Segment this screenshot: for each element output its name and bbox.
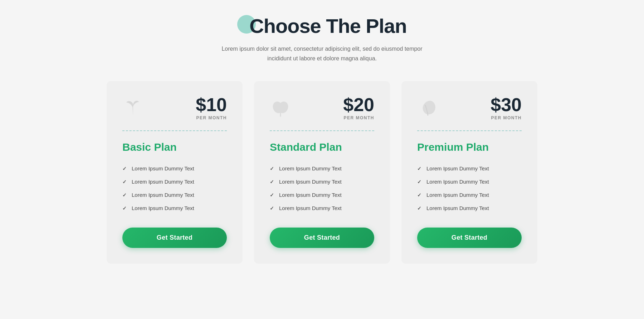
feature-item: ✓ Lorem Ipsum Dummy Text — [270, 201, 374, 215]
check-icon: ✓ — [270, 179, 274, 185]
check-icon: ✓ — [270, 166, 274, 171]
feature-item: ✓ Lorem Ipsum Dummy Text — [122, 162, 227, 175]
feature-item: ✓ Lorem Ipsum Dummy Text — [270, 188, 374, 201]
price-block: $30 PER MONTH — [491, 95, 522, 120]
feature-item: ✓ Lorem Ipsum Dummy Text — [122, 188, 227, 201]
feature-item: ✓ Lorem Ipsum Dummy Text — [122, 201, 227, 215]
price-period: PER MONTH — [343, 115, 374, 120]
plan-name: Basic Plan — [122, 141, 227, 153]
plan-card-standard: $20 PER MONTH Standard Plan ✓ Lorem Ipsu… — [254, 81, 390, 264]
feature-text: Lorem Ipsum Dummy Text — [426, 205, 489, 211]
feature-text: Lorem Ipsum Dummy Text — [279, 192, 342, 198]
check-icon: ✓ — [417, 192, 421, 198]
check-icon: ✓ — [417, 166, 421, 171]
check-icon: ✓ — [417, 205, 421, 211]
feature-item: ✓ Lorem Ipsum Dummy Text — [417, 175, 522, 188]
feature-text: Lorem Ipsum Dummy Text — [279, 179, 342, 185]
price-amount: $30 — [491, 95, 522, 114]
price-period: PER MONTH — [196, 115, 227, 120]
feature-item: ✓ Lorem Ipsum Dummy Text — [417, 201, 522, 215]
check-icon: ✓ — [417, 179, 421, 185]
get-started-button-standard[interactable]: Get Started — [270, 228, 374, 248]
plan-name: Premium Plan — [417, 141, 522, 153]
feature-item: ✓ Lorem Ipsum Dummy Text — [417, 162, 522, 175]
feature-text: Lorem Ipsum Dummy Text — [426, 179, 489, 185]
svg-rect-2 — [280, 112, 281, 117]
check-icon: ✓ — [270, 205, 274, 211]
feature-text: Lorem Ipsum Dummy Text — [132, 179, 194, 185]
features-list: ✓ Lorem Ipsum Dummy Text ✓ Lorem Ipsum D… — [417, 162, 522, 215]
card-top: $10 PER MONTH — [122, 95, 227, 120]
check-icon: ✓ — [270, 192, 274, 198]
page-title: Choose The Plan — [249, 14, 406, 38]
card-divider — [270, 130, 374, 131]
feature-text: Lorem Ipsum Dummy Text — [426, 192, 489, 198]
check-icon: ✓ — [122, 205, 127, 211]
card-top: $30 PER MONTH — [417, 95, 522, 120]
price-block: $10 PER MONTH — [196, 95, 227, 120]
plan-name: Standard Plan — [270, 141, 374, 153]
card-divider — [417, 130, 522, 131]
feature-text: Lorem Ipsum Dummy Text — [279, 165, 342, 171]
feature-item: ✓ Lorem Ipsum Dummy Text — [270, 175, 374, 188]
plan-icon-premium — [417, 97, 439, 119]
check-icon: ✓ — [122, 166, 127, 171]
plan-card-premium: $30 PER MONTH Premium Plan ✓ Lorem Ipsum… — [401, 81, 537, 264]
feature-item: ✓ Lorem Ipsum Dummy Text — [417, 188, 522, 201]
check-icon: ✓ — [122, 179, 127, 185]
get-started-button-basic[interactable]: Get Started — [122, 228, 227, 248]
price-block: $20 PER MONTH — [343, 95, 374, 120]
feature-item: ✓ Lorem Ipsum Dummy Text — [270, 162, 374, 175]
features-list: ✓ Lorem Ipsum Dummy Text ✓ Lorem Ipsum D… — [122, 162, 227, 215]
feature-item: ✓ Lorem Ipsum Dummy Text — [122, 175, 227, 188]
card-top: $20 PER MONTH — [270, 95, 374, 120]
plan-icon-basic — [122, 97, 144, 119]
price-amount: $20 — [343, 95, 374, 114]
feature-text: Lorem Ipsum Dummy Text — [279, 205, 342, 211]
features-list: ✓ Lorem Ipsum Dummy Text ✓ Lorem Ipsum D… — [270, 162, 374, 215]
feature-text: Lorem Ipsum Dummy Text — [132, 165, 194, 171]
plan-icon-standard — [270, 97, 291, 119]
feature-text: Lorem Ipsum Dummy Text — [426, 165, 489, 171]
feature-text: Lorem Ipsum Dummy Text — [132, 205, 194, 211]
check-icon: ✓ — [122, 192, 127, 198]
price-amount: $10 — [196, 95, 227, 114]
card-divider — [122, 130, 227, 131]
page-header: Choose The Plan Lorem ipsum dolor sit am… — [215, 14, 429, 63]
plan-card-basic: $10 PER MONTH Basic Plan ✓ Lorem Ipsum D… — [107, 81, 243, 264]
title-wrapper: Choose The Plan — [215, 14, 429, 38]
get-started-button-premium[interactable]: Get Started — [417, 228, 522, 248]
feature-text: Lorem Ipsum Dummy Text — [132, 192, 194, 198]
pricing-cards-container: $10 PER MONTH Basic Plan ✓ Lorem Ipsum D… — [89, 81, 555, 264]
price-period: PER MONTH — [491, 115, 522, 120]
page-subtitle: Lorem ipsum dolor sit amet, consectetur … — [215, 44, 429, 63]
